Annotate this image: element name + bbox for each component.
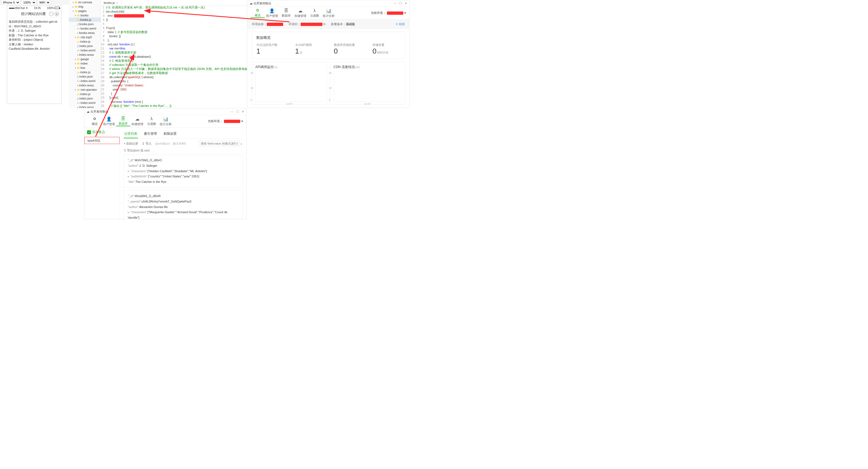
nav-icon: λ xyxy=(313,8,316,13)
tree-node[interactable]: index.js xyxy=(69,92,101,96)
expand-icon[interactable]: ▸ xyxy=(128,210,129,214)
minimize-icon[interactable]: — xyxy=(230,110,234,113)
search-icon[interactable]: ⌕ xyxy=(241,142,243,145)
network-select[interactable]: WiFi xyxy=(37,0,51,5)
output-line: 作者：J. D. Salinger xyxy=(9,28,60,33)
search-input[interactable] xyxy=(199,141,240,146)
add-collection-button[interactable]: 添加集合 xyxy=(84,128,120,137)
db-record: _idWzh76Ik5_O_dt0vOauthorJ. D. Salinger▸… xyxy=(124,155,243,188)
cloud-console-bottom: ☁ 云开发控制台 — ☐ ✕ ⭘概览👤用户管理🗄数据库☁存储管理λ云函数📊统计分… xyxy=(84,108,247,219)
nav-icon: 📊 xyxy=(326,8,332,13)
env-meta: 环境名称：x 环境ID：x ⧉ 套餐版本：基础版 ⟳ 刷新 xyxy=(247,20,409,29)
tree-node[interactable]: city-top5 xyxy=(69,35,101,39)
nav-item[interactable]: ☁存储管理 xyxy=(130,116,145,126)
expand-icon[interactable]: ▸ xyxy=(128,175,129,178)
cloud-console-right: ☁ 云开发控制台 — ☐ ✕ ⭘概览👤用户管理🗄数据库☁存储管理λ云函数📊统计分… xyxy=(247,0,409,108)
nav-item[interactable]: λ云函数 xyxy=(145,116,159,126)
device-select[interactable]: iPhone 5 xyxy=(1,0,20,5)
tree-node[interactable]: net-operator xyxy=(69,87,101,92)
tree-node[interactable]: index.wxss xyxy=(69,83,101,87)
cdn-chart: CDN 流量情况(MB) 20 10 0 12-07 xyxy=(330,62,405,105)
export-button[interactable]: 导出(json 或 csv) xyxy=(127,149,150,152)
nav-item[interactable]: 🗄数据库 xyxy=(279,8,293,18)
cloud-icon: ☁ xyxy=(250,2,253,5)
db-tab[interactable]: 索引管理 xyxy=(143,130,158,138)
nav-icon: ⭘ xyxy=(93,116,97,121)
tree-node[interactable]: books.wxml xyxy=(69,26,101,31)
copy-icon[interactable]: ⧉ xyxy=(323,22,326,26)
minimize-icon[interactable]: — xyxy=(394,2,397,5)
tree-node[interactable]: index.wxss xyxy=(69,105,101,108)
nav-icon: λ xyxy=(150,116,153,121)
tree-node[interactable]: index.json xyxy=(69,44,101,48)
expand-icon[interactable]: ▸ xyxy=(128,170,129,173)
tree-node[interactable]: books.json xyxy=(69,22,101,26)
nav-icon: 📊 xyxy=(163,116,168,122)
nav-icon: 👤 xyxy=(269,8,275,13)
nav-item[interactable]: 🗄数据库 xyxy=(116,116,130,126)
nav-icon: ☁ xyxy=(135,116,140,122)
tree-node[interactable]: index.wxml xyxy=(69,48,101,53)
nav-icon: ⭘ xyxy=(255,8,260,13)
page-title: 统计网站访问量 xyxy=(18,11,49,17)
maximize-icon[interactable]: ☐ xyxy=(236,110,239,113)
tree-node[interactable]: index.js xyxy=(69,70,101,74)
tree-node[interactable]: ec-canvas xyxy=(69,0,101,4)
nav-item[interactable]: ⭘概览 xyxy=(88,116,102,126)
stat-card: 数据库存储容量 0 xyxy=(334,43,362,56)
nav-item[interactable]: ⭘概览 xyxy=(251,8,265,18)
search-box: ⌕ xyxy=(199,141,243,146)
api-chart: API调用监控(次) 20 10 0 12-07 xyxy=(252,62,327,105)
zoom-select[interactable]: 100% xyxy=(21,0,36,5)
tree-node[interactable]: pages xyxy=(69,9,101,13)
db-record: _idWzia0Ik5_O_dt0vR_openidohI4L0Rnhq7vmm… xyxy=(124,190,243,220)
tree-node[interactable]: index.json xyxy=(69,74,101,79)
tree-node[interactable]: img xyxy=(69,4,101,9)
tree-node[interactable]: index.json xyxy=(69,96,101,100)
nav-item[interactable]: 📊统计分析 xyxy=(322,8,336,18)
titlebar: ☁ 云开发控制台 — ☐ ✕ xyxy=(84,109,246,115)
tree-node[interactable]: line xyxy=(69,66,101,70)
db-tab[interactable]: 权限设置 xyxy=(163,130,177,138)
close-icon[interactable]: ✕ xyxy=(405,2,407,5)
target-icon[interactable]: ◎ xyxy=(55,12,59,16)
nav-item[interactable]: 📊统计分析 xyxy=(159,116,173,126)
maximize-icon[interactable]: ☐ xyxy=(399,2,402,5)
tree-node[interactable]: gauge xyxy=(69,57,101,61)
file-tree: ec-canvasimgpagesbooksbooks.jsbooks.json… xyxy=(69,0,101,108)
refresh-button[interactable]: ⟳ 刷新 xyxy=(396,22,405,26)
data-overview: 数据概览 今日活跃用户数 1 今日API调用 1次 数据库存储容量 0 存储容量… xyxy=(252,32,405,59)
menu-icon[interactable]: ⋯ xyxy=(49,12,54,16)
nav-item[interactable]: 👤用户管理 xyxy=(102,116,116,126)
signal-icon xyxy=(9,6,14,9)
nav-item[interactable]: 👤用户管理 xyxy=(265,8,279,18)
nav-icon: 🗄 xyxy=(121,116,125,121)
collection-item[interactable]: sparkSQL xyxy=(84,137,120,144)
cloud-icon: ☁ xyxy=(87,110,90,113)
tree-node[interactable]: books.wxss xyxy=(69,31,101,35)
phone-time: 19:25 xyxy=(34,6,41,9)
tree-node[interactable]: index.wxml xyxy=(69,100,101,105)
add-record-button[interactable]: 添加记录 xyxy=(124,142,138,146)
output-line: 发布时间：[object Object] xyxy=(9,37,60,42)
tree-node[interactable]: books xyxy=(69,13,101,18)
close-icon[interactable]: ✕ xyxy=(242,110,244,113)
close-icon[interactable]: × xyxy=(116,1,118,4)
env-selector[interactable]: 当前环境：x ▾ xyxy=(208,119,243,123)
tree-node[interactable]: index xyxy=(69,61,101,66)
phone-simulator: WeChat ⇞ 19:25 100% 统计网站访问量 ⋯ ◎ 返回错误状态信息… xyxy=(7,5,61,104)
tree-node[interactable]: index.js xyxy=(69,39,101,44)
stat-card: 存储容量 0MB/5GB xyxy=(372,43,400,56)
nav-item[interactable]: λ云函数 xyxy=(307,8,322,18)
tree-node[interactable]: books.js xyxy=(69,18,101,22)
env-selector[interactable]: 当前环境：x ▾ xyxy=(371,11,406,15)
db-sidebar: 添加集合 sparkSQL xyxy=(84,128,120,220)
import-button[interactable]: ↥ 导入 xyxy=(142,142,151,146)
tree-node[interactable]: index.wxss xyxy=(69,53,101,57)
tree-node[interactable]: index.wxml xyxy=(69,79,101,83)
battery-icon xyxy=(55,7,60,9)
db-tab[interactable]: 记录列表 xyxy=(124,130,138,138)
editor-tab[interactable]: books.js× xyxy=(101,0,121,5)
nav-item[interactable]: ☁存储管理 xyxy=(293,8,307,18)
db-toolbar: 添加记录 ↥ 导入 (jsonl或csv，最大50M) ⌕ xyxy=(124,139,243,148)
